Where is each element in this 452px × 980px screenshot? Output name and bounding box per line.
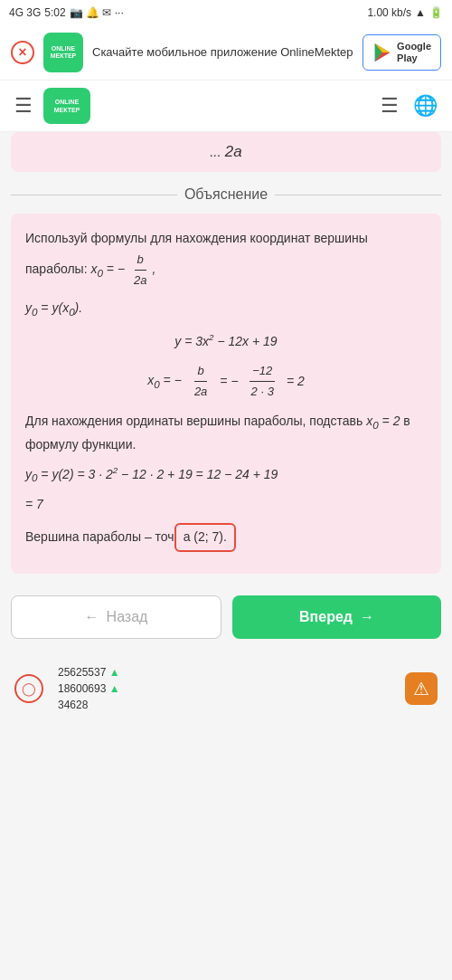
google-play-button[interactable]: GooglePlay [363, 34, 441, 71]
conclusion: Вершина параболы – точа (2; 7). [25, 523, 427, 552]
forward-button[interactable]: Вперед → [232, 595, 441, 639]
divider-left [11, 195, 177, 195]
footer-stats: 25625537 ▲ 18600693 ▲ 34628 [58, 664, 120, 713]
footer-warning-button[interactable]: ⚠ [405, 672, 438, 705]
footer-avatar: ◯ [14, 674, 43, 703]
forward-arrow-icon: → [360, 609, 374, 625]
wifi-icon: ▲ [415, 6, 426, 19]
explanation-header: Объяснение [11, 186, 441, 203]
ad-logo-text: ONLINEМЕКТЕР [51, 45, 77, 61]
equation-y0-result: = 7 [25, 494, 427, 516]
stat-3: 34628 [58, 697, 120, 713]
explanation-box: Используй формулы для нахождения координ… [11, 214, 441, 574]
list-icon[interactable]: ☰ [381, 94, 399, 118]
main-content: ... 2a Объяснение Используй формулы для … [0, 132, 452, 657]
answer-highlight: а (2; 7). [174, 523, 236, 552]
explanation-title: Объяснение [184, 186, 268, 203]
status-bar: 4G 3G 5:02 📷 🔔 ✉ ··· 1.00 kb/s ▲ 🔋 [0, 0, 452, 25]
back-button[interactable]: ← Назад [11, 595, 221, 639]
warning-icon: ⚠ [413, 678, 429, 699]
explanation-intro: Используй формулы для нахождения координ… [25, 228, 427, 290]
back-arrow-icon: ← [85, 609, 99, 625]
equation-1: y = 3x2 − 12x + 19 [25, 330, 427, 352]
globe-icon[interactable]: 🌐 [413, 94, 438, 118]
stat-1: 25625537 ▲ [58, 664, 120, 680]
ad-banner: × ONLINEМЕКТЕР Скачайте мобильное прилож… [0, 25, 452, 81]
status-left: 4G 3G 5:02 📷 🔔 ✉ ··· [9, 6, 124, 19]
back-label: Назад [107, 609, 148, 625]
status-time: 5:02 [44, 6, 65, 19]
nav-icons: ☰ 🌐 [381, 94, 438, 118]
divider-right [275, 195, 441, 195]
google-play-icon [372, 43, 392, 62]
formula-top-box: ... 2a [11, 132, 441, 172]
equation-y0-calc: y0 = y(2) = 3 · 22 − 12 · 2 + 19 = 12 − … [25, 463, 427, 487]
forward-label: Вперед [299, 609, 353, 625]
google-play-label: GooglePlay [397, 41, 431, 64]
formula-top-text: ... 2a [210, 144, 242, 159]
ad-text: Скачайте мобильное приложение OnlineMekt… [92, 44, 353, 61]
equation-x0: x0 = − b 2a = − −12 2 · 3 = 2 [25, 361, 427, 402]
navbar: ☰ ONLINEМЕКТЕР ☰ 🌐 [0, 81, 452, 132]
stat-2: 18600693 ▲ [58, 680, 120, 697]
nav-buttons: ← Назад Вперед → [11, 588, 441, 646]
avatar-icon: ◯ [22, 681, 36, 696]
nav-logo: ONLINEМЕКТЕР [43, 88, 90, 124]
footer: ◯ 25625537 ▲ 18600693 ▲ 34628 ⚠ [0, 657, 452, 720]
menu-icon[interactable]: ☰ [14, 94, 33, 118]
close-icon: × [18, 44, 26, 61]
nav-logo-text: ONLINEМЕКТЕР [54, 98, 80, 114]
battery-icon: 🔋 [429, 6, 443, 19]
signal-icons: 4G 3G [9, 6, 41, 19]
ad-logo: ONLINEМЕКТЕР [43, 33, 83, 72]
explanation-para2: Для нахождения ординаты вершины параболы… [25, 411, 427, 455]
status-right: 1.00 kb/s ▲ 🔋 [367, 6, 443, 19]
network-speed: 1.00 kb/s [367, 6, 411, 19]
explanation-y0: y0 = y(x0). [25, 298, 427, 321]
status-icons: 📷 🔔 ✉ ··· [70, 6, 124, 19]
ad-close-button[interactable]: × [11, 41, 34, 64]
